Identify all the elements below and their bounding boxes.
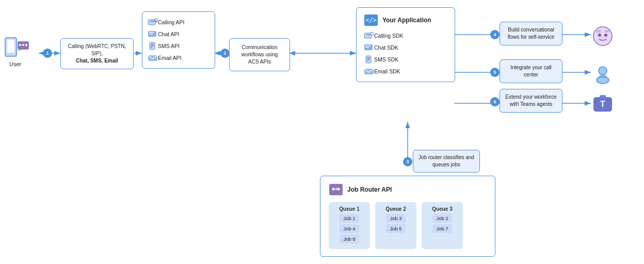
your-app-title: Your Application: [382, 17, 431, 24]
svg-text:📞: 📞: [155, 20, 157, 22]
svg-rect-42: [367, 59, 370, 59]
job-router-label: Job router classifies and queues jobs: [418, 154, 474, 167]
queue-3-header: Queue 3: [432, 206, 452, 212]
calling-box-title: Calling (WebRTC, PSTN, SIP),: [68, 43, 126, 56]
svg-text:</>: </>: [365, 17, 377, 24]
sms-sdk-label: SMS SDK: [374, 56, 398, 64]
queue-1-header: Queue 1: [339, 206, 359, 212]
chat-api-row: Chat API: [148, 30, 210, 38]
step-4-circle: 4: [490, 30, 500, 39]
queue-2-header: Queue 2: [385, 206, 406, 212]
svg-rect-28: [151, 44, 154, 44]
your-app-icon: </>: [364, 14, 378, 26]
svg-point-47: [604, 34, 607, 37]
outcome-6-label: Extend your workforce with Teams agents: [505, 94, 557, 107]
queue-3-job7: Job 7: [432, 224, 452, 233]
svg-rect-37: [365, 45, 371, 46]
email-api-label: Email API: [158, 54, 182, 62]
svg-point-46: [598, 34, 601, 37]
svg-rect-52: [599, 75, 607, 78]
email-api-row: Email API: [148, 54, 210, 62]
outcome-4-label: Build conversational flows for self-serv…: [508, 27, 555, 40]
step-5-circle: 5: [490, 68, 500, 77]
outcome-6-box: Extend your workforce with Teams agents: [500, 89, 562, 113]
user-label: User: [9, 61, 21, 67]
svg-point-45: [593, 27, 612, 45]
svg-rect-24: [149, 32, 154, 33]
outcome-5-box: Integrate your call center: [500, 59, 562, 83]
svg-text:T: T: [600, 100, 605, 108]
calling-api-icon: 📞: [148, 18, 158, 26]
your-app-box: </> Your Application Calling SDK Chat SD…: [356, 7, 455, 82]
calling-box: Calling (WebRTC, PSTN, SIP), Chat, SMS, …: [60, 38, 134, 69]
sms-api-row: SMS API: [148, 42, 210, 50]
queue-3-job2: Job 2: [432, 214, 452, 223]
job-router-label-box: Job router classifies and queues jobs: [413, 150, 480, 173]
sms-sdk-row: SMS SDK: [364, 55, 447, 64]
calling-api-label: Calling API: [158, 19, 184, 26]
svg-point-57: [332, 188, 335, 191]
diagram-container: User 1 Calling (WebRTC, PSTN, SIP), Chat…: [0, 0, 644, 264]
svg-rect-38: [365, 47, 369, 48]
apis-box: 📞 Calling API Chat API SMS API: [142, 11, 215, 69]
svg-rect-30: [151, 47, 152, 48]
calling-sdk-label: Calling SDK: [374, 32, 404, 40]
queue-1-job8: Job 8: [340, 235, 359, 243]
chat-sdk-icon: [364, 43, 374, 52]
sms-api-label: SMS API: [158, 42, 180, 50]
svg-point-50: [599, 67, 607, 75]
svg-marker-19: [18, 50, 21, 52]
svg-rect-29: [151, 45, 154, 46]
svg-point-35: [371, 32, 374, 35]
queue-2-job5: Job 5: [386, 224, 405, 233]
teams-icon: T: [592, 93, 613, 115]
agent-icon: [592, 64, 613, 85]
queue-3-container: Queue 3 Job 2 Job 7: [422, 202, 463, 249]
email-sdk-icon: [364, 67, 374, 75]
svg-point-16: [19, 44, 21, 46]
svg-point-18: [25, 44, 27, 46]
comm-workflows-box: Communication workflows using ACS APIs: [229, 38, 290, 71]
sms-api-icon: [148, 42, 158, 50]
bot-icon: [592, 26, 613, 48]
email-sdk-label: Email SDK: [374, 68, 400, 75]
chat-sdk-label: Chat SDK: [374, 44, 398, 52]
comm-line2: ACS APIs: [248, 59, 271, 65]
chat-api-icon: [148, 30, 158, 38]
step-3-circle: 3: [403, 157, 412, 166]
chat-sdk-row: Chat SDK: [364, 43, 447, 52]
svg-rect-25: [149, 34, 153, 35]
queue-1-job1: Job 1: [340, 214, 359, 223]
calling-sdk-row: Calling SDK: [364, 32, 447, 40]
sms-sdk-icon: [364, 55, 374, 64]
outcome-5-label: Integrate your call center: [510, 65, 552, 77]
calling-sdk-icon: [364, 32, 374, 40]
svg-point-58: [337, 188, 340, 191]
outcome-4-box: Build conversational flows for self-serv…: [500, 22, 562, 45]
job-router-header: Job Router API: [329, 183, 487, 196]
job-router-icon: [329, 183, 343, 196]
queue-1-job4: Job 4: [340, 224, 359, 233]
job-router-box: Job Router API Queue 1 Job 1 Job 4 Job 8…: [320, 176, 495, 257]
svg-point-17: [22, 44, 24, 46]
calling-api-row: 📞 Calling API: [148, 18, 210, 26]
svg-rect-49: [605, 30, 609, 33]
comm-line1: Communication workflows using: [242, 44, 278, 57]
svg-rect-14: [7, 40, 14, 53]
user-icon: [4, 35, 30, 65]
job-router-title: Job Router API: [347, 186, 392, 193]
queue-2-container: Queue 2 Job 3 Job 5: [375, 202, 416, 249]
svg-rect-55: [600, 95, 606, 99]
chat-api-label: Chat API: [158, 30, 179, 38]
queues-container: Queue 1 Job 1 Job 4 Job 8 Queue 2 Job 3 …: [329, 202, 487, 249]
queue-2-job3: Job 3: [386, 214, 405, 223]
step-2-circle: 2: [220, 49, 230, 58]
step-6-circle: 6: [490, 97, 500, 106]
your-app-header: </> Your Application: [364, 14, 447, 26]
email-api-icon: [148, 54, 158, 62]
svg-rect-43: [367, 60, 368, 61]
svg-rect-48: [597, 30, 601, 33]
step-1-circle: 1: [43, 49, 52, 58]
queue-1-container: Queue 1 Job 1 Job 4 Job 8: [329, 202, 370, 249]
calling-box-subtitle: Chat, SMS, Email: [76, 58, 118, 64]
